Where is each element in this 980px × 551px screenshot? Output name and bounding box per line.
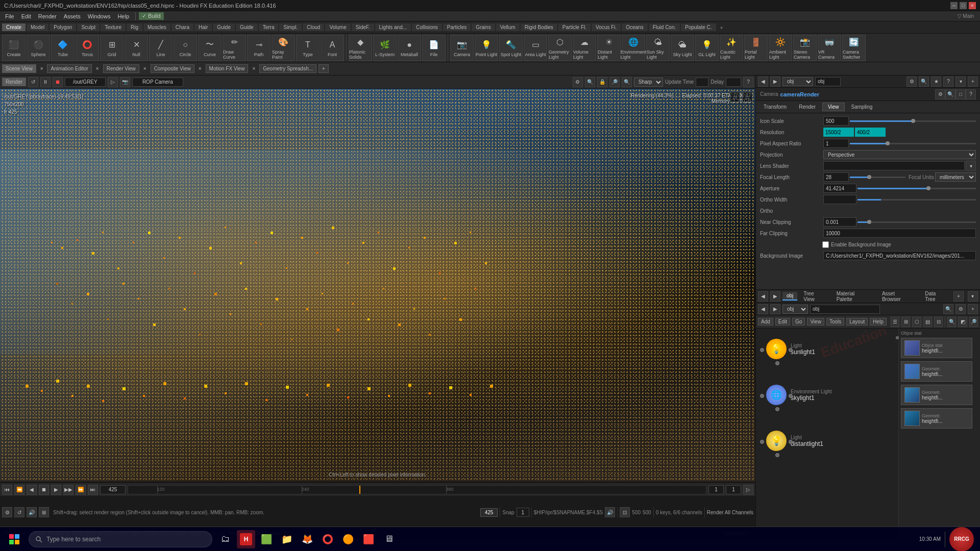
viewport-btn-1[interactable]: □ — [730, 92, 740, 102]
taskbar-app-explorer[interactable]: 🗂 — [216, 530, 235, 548]
view-tab-sceneview[interactable]: Scene View — [2, 64, 36, 73]
timeline-range-step[interactable]: ▷ — [743, 485, 753, 495]
timeline-next-key[interactable]: ⏩ — [76, 485, 86, 495]
tool-line[interactable]: ╱ Line — [149, 35, 173, 61]
pixel-aspect-handle[interactable] — [886, 141, 890, 145]
shelf-tab-simpl[interactable]: Simpl. — [279, 23, 302, 31]
render-rop-node[interactable] — [132, 78, 183, 87]
tool-metaball[interactable]: ● Metaball — [398, 35, 421, 61]
tool-distantlight[interactable]: ☀ Distant Light — [597, 35, 621, 61]
shelf-tab-chara[interactable]: Chara — [172, 23, 193, 31]
tool-camera[interactable]: 📷 Camera — [450, 35, 474, 61]
hf-node-1[interactable]: Objce stat heightfi... — [901, 338, 972, 358]
tool-spotlight[interactable]: 🔦 Spot Light — [499, 35, 523, 61]
node-skylight1[interactable]: 🌐 Environment Light skylight1 — [766, 385, 832, 405]
tool-null[interactable]: ✕ Null — [125, 35, 148, 61]
timeline-to-end[interactable]: ⏭ — [88, 485, 98, 495]
focal-length-slider[interactable] — [850, 177, 905, 178]
tool-type[interactable]: T Type — [296, 35, 320, 61]
viewport-btn-2[interactable]: □ — [742, 92, 752, 102]
bg-image-checkbox-input[interactable] — [822, 241, 829, 248]
timeline-play-fwd[interactable]: ▶▶ — [63, 485, 74, 495]
timeline-to-start[interactable]: ⏮ — [2, 485, 12, 495]
render-toolbar-lock[interactable]: 🔒 — [597, 77, 607, 87]
scene-icon-net[interactable]: ⬡ — [912, 317, 921, 327]
camera-tab-view[interactable]: View — [822, 103, 845, 111]
tool-ambientlight[interactable]: 🔆 Ambient Light — [769, 35, 792, 61]
shelf-tab-grains[interactable]: Grains — [472, 23, 495, 31]
timeline-play[interactable]: ▶ — [51, 485, 61, 495]
focal-length-handle[interactable] — [867, 175, 871, 179]
scene-content[interactable]: Education 💡 Light sunlight1 — [756, 329, 980, 539]
near-clipping-slider[interactable] — [857, 221, 976, 223]
scene-tab-asset[interactable]: Asset Browser — [878, 290, 919, 303]
render-toolbar-settings[interactable]: ⚙ — [573, 77, 583, 87]
snap-input[interactable] — [517, 508, 529, 517]
tool-volumelight[interactable]: ☁ Volume Light — [573, 35, 596, 61]
view-tab-animation[interactable]: Animation Editor — [47, 64, 91, 73]
ortho-width-input[interactable] — [823, 195, 856, 204]
shelf-add-tab[interactable]: + — [717, 23, 726, 32]
shelf-tab-oceans[interactable]: Oceans — [622, 23, 647, 31]
render-pause[interactable]: ⏸ — [40, 77, 51, 87]
render-path-browse[interactable]: ▷ — [108, 77, 118, 87]
render-quality-select[interactable]: Sharp — [634, 78, 663, 87]
render-reload[interactable]: ↺ — [28, 77, 38, 87]
panel-collapse[interactable]: ▾ — [955, 77, 966, 87]
shelf-tab-hair[interactable]: Hair — [194, 23, 212, 31]
shelf-tab-guide2[interactable]: Guide — [236, 23, 258, 31]
shelf-tab-create[interactable]: Create — [2, 23, 26, 31]
update-time-input[interactable]: 1 — [696, 78, 708, 87]
camera-fullscreen[interactable]: □ — [955, 89, 966, 99]
scene-tab-material[interactable]: Material Palette — [832, 290, 876, 303]
scene-tools-btn[interactable]: Tools — [826, 318, 844, 325]
taskbar-app-6[interactable]: ⭕ — [318, 530, 337, 548]
windows-start-button[interactable] — [4, 529, 24, 549]
scene-icon-7[interactable]: 🔎 — [969, 317, 978, 327]
shelf-tab-particlefl[interactable]: Particle Fl. — [558, 23, 591, 31]
scene-settings-gear[interactable]: ⚙ — [955, 304, 966, 314]
pixel-aspect-input[interactable] — [823, 139, 849, 148]
panel-nav-back[interactable]: ◀ — [758, 77, 768, 87]
render-toolbar-search[interactable]: 🔍 — [585, 77, 595, 87]
menu-windows[interactable]: Windows — [85, 13, 114, 20]
shelf-tab-fluid[interactable]: Fluid Con. — [649, 23, 680, 31]
tool-create[interactable]: ⬛ Create — [2, 35, 26, 61]
menu-assets[interactable]: Assets — [61, 13, 84, 20]
camera-help-q[interactable]: ? — [966, 89, 976, 99]
view-tab-geometry[interactable]: Geometry Spreadsh... — [259, 64, 316, 73]
scene-path-back[interactable]: ◀ — [758, 304, 768, 314]
delay-input[interactable]: 0.1 — [726, 78, 741, 87]
view-tab-render[interactable]: Render View — [103, 64, 139, 73]
menu-help[interactable]: Help — [114, 13, 132, 20]
shelf-tab-rigid[interactable]: Rigid Bodies — [521, 23, 557, 31]
panel-nav-fwd[interactable]: ▶ — [770, 77, 780, 87]
taskbar-app-3[interactable]: 🟩 — [257, 530, 276, 548]
tool-pointlight[interactable]: 💡 Point Light — [475, 35, 498, 61]
tool-arealight[interactable]: ▭ Area Light — [524, 35, 547, 61]
near-clipping-handle[interactable] — [867, 220, 871, 224]
shelf-tab-volume[interactable]: Volume — [325, 23, 350, 31]
shelf-tab-sidef[interactable]: SideF. — [352, 23, 374, 31]
tool-camswitcher[interactable]: 🔄 Camera Switcher — [842, 35, 866, 61]
scene-path-fwd[interactable]: ▶ — [770, 304, 780, 314]
panel-help-q[interactable]: ? — [943, 77, 953, 87]
render-help[interactable]: ? — [743, 77, 753, 87]
aperture-input[interactable] — [823, 184, 856, 193]
scene-help-btn[interactable]: Help — [870, 318, 887, 325]
scene-view-btn[interactable]: View — [807, 318, 824, 325]
render-toolbar-zoomout[interactable]: 🔍 — [622, 77, 632, 87]
tool-gllight[interactable]: 💡 GL Light — [695, 35, 719, 61]
timeline-frame-range-start[interactable] — [708, 485, 724, 494]
panel-node-search[interactable] — [815, 77, 841, 86]
scene-icon-5[interactable]: 🔍 — [947, 317, 956, 327]
scene-tab-obj[interactable]: obj — [782, 292, 797, 300]
render-snapshot[interactable]: 📷 — [120, 77, 130, 87]
menu-file[interactable]: File — [2, 13, 17, 20]
shelf-tab-polygon[interactable]: Polygon — [50, 23, 76, 31]
timeline-track[interactable]: 120 240 360 — [128, 485, 706, 494]
shelf-tab-sculpt[interactable]: Sculpt — [77, 23, 100, 31]
near-clipping-input[interactable] — [823, 217, 856, 227]
tool-portallight[interactable]: 🚪 Portal Light — [744, 35, 768, 61]
focal-units-select[interactable]: millimeters — [935, 172, 976, 182]
